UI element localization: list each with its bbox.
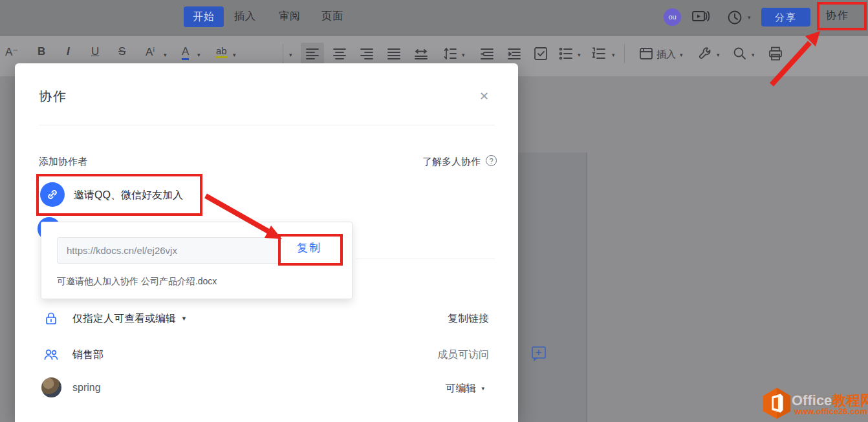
department-name[interactable]: 销售部 [72, 348, 103, 362]
watermark-url: www.office26.com [794, 406, 867, 416]
insert-caret-icon[interactable]: ▾ [680, 52, 683, 58]
font-color-icon[interactable]: A [182, 45, 189, 60]
kdocs-editor-screen: 开始 插入 审阅 页面 ou ▾ 分享 协作 A⁻ B I U S Aⁱ ▾ A… [0, 0, 868, 422]
top-menu-bar: 开始 插入 审阅 页面 ou ▾ 分享 协作 [0, 0, 868, 36]
dropdown-caret-icon: ▾ [481, 385, 484, 392]
tools-wrench-icon[interactable] [697, 45, 714, 62]
add-comment-icon[interactable] [530, 344, 548, 363]
numbered-list-caret-icon[interactable]: ▾ [612, 52, 615, 58]
share-hint-text: 可邀请他人加入协作 公司产品介绍.docx [57, 276, 217, 288]
divider [356, 258, 495, 259]
justify-icon[interactable] [385, 45, 402, 62]
history-caret-icon[interactable]: ▾ [748, 14, 751, 21]
align-right-icon[interactable] [358, 45, 375, 62]
tab-insert[interactable]: 插入 [234, 10, 256, 23]
demo-play-icon[interactable] [691, 9, 710, 26]
history-clock-icon[interactable] [726, 9, 743, 26]
insert-icon[interactable] [638, 45, 655, 62]
line-spacing-icon[interactable] [442, 45, 459, 62]
search-caret-icon[interactable]: ▾ [752, 52, 755, 58]
increase-indent-icon[interactable] [506, 45, 523, 62]
style-caret-icon[interactable]: ▾ [289, 52, 292, 58]
align-center-icon[interactable] [331, 45, 348, 62]
tab-home[interactable]: 开始 [184, 6, 224, 27]
bullet-list-icon[interactable] [558, 45, 574, 62]
permission-scope-dropdown[interactable]: 仅指定人可查看或编辑▼ [72, 312, 187, 326]
decrease-font-icon[interactable]: A⁻ [5, 45, 18, 59]
tools-caret-icon[interactable]: ▾ [717, 52, 720, 58]
bullet-list-caret-icon[interactable]: ▾ [578, 52, 581, 58]
watermark: Office教程网 www.office26.com [758, 385, 868, 422]
dialog-title: 协作 [39, 88, 67, 105]
tab-page[interactable]: 页面 [321, 10, 343, 23]
close-icon[interactable]: ✕ [479, 89, 489, 103]
italic-icon[interactable]: I [67, 45, 70, 58]
annotation-box-invite [36, 174, 202, 216]
department-access-level: 成员可访问 [437, 348, 489, 362]
decrease-indent-icon[interactable] [479, 45, 495, 62]
annotation-box-collaborate [817, 2, 867, 30]
underline-icon[interactable]: U [91, 45, 99, 58]
line-spacing-caret-icon[interactable]: ▾ [462, 52, 465, 58]
letter-spacing-icon[interactable] [413, 45, 429, 62]
numbered-list-icon[interactable] [591, 45, 607, 62]
member-permission-dropdown[interactable]: 可编辑▾ [445, 382, 484, 396]
superscript-caret-icon[interactable]: ▾ [164, 52, 167, 58]
divider [39, 125, 495, 125]
font-color-caret-icon[interactable]: ▾ [197, 52, 201, 58]
insert-label[interactable]: 插入 [656, 48, 676, 61]
align-left-icon[interactable] [304, 45, 321, 62]
search-icon[interactable] [732, 45, 748, 62]
print-icon[interactable] [767, 45, 784, 62]
group-icon [43, 346, 60, 363]
toolbar-separator [283, 44, 283, 63]
lock-icon [43, 310, 60, 327]
office-logo-icon [761, 386, 793, 420]
superscript-icon[interactable]: Aⁱ [146, 45, 155, 59]
member-avatar [41, 377, 61, 397]
share-button[interactable]: 分享 [761, 8, 810, 26]
toolbar-separator [624, 44, 625, 63]
document-page-edge [514, 153, 587, 422]
add-collaborators-label: 添加协作者 [39, 156, 87, 168]
strikethrough-icon[interactable]: S [118, 45, 125, 58]
copy-link-action[interactable]: 复制链接 [448, 312, 489, 326]
annotation-box-copy [278, 234, 343, 266]
bold-icon[interactable]: B [38, 45, 45, 58]
share-url-field[interactable]: https://kdocs.cn/el/ej26vjx [57, 237, 281, 264]
learn-collaboration-link[interactable]: 了解多人协作 [422, 156, 481, 168]
dropdown-caret-icon: ▼ [181, 315, 187, 322]
highlight-caret-icon[interactable]: ▾ [233, 52, 236, 58]
user-avatar[interactable]: ou [664, 8, 681, 26]
member-name[interactable]: spring [72, 382, 101, 394]
help-icon[interactable]: ? [486, 155, 497, 166]
tab-review[interactable]: 审阅 [279, 10, 301, 23]
task-checkbox-icon[interactable] [532, 45, 549, 62]
highlight-color-icon[interactable]: ab [216, 45, 227, 58]
